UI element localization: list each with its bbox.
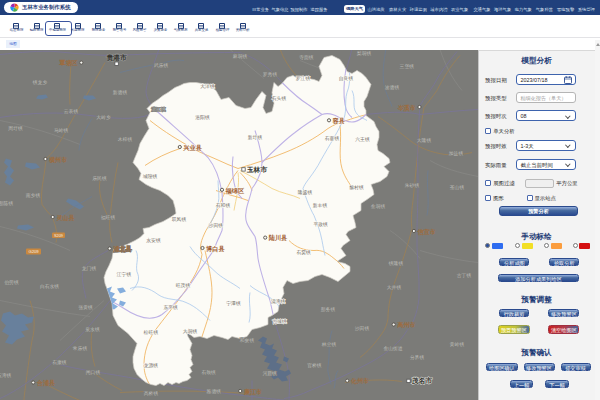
svg-text:朱砂镇: 朱砂镇 xyxy=(405,183,420,188)
svg-text:南乡镇: 南乡镇 xyxy=(26,192,41,198)
svg-text:白石水镇: 白石水镇 xyxy=(40,283,59,289)
svg-text:加益镇: 加益镇 xyxy=(449,151,464,156)
svg-text:陆川县: 陆川县 xyxy=(269,234,288,242)
svg-text:马岭镇: 马岭镇 xyxy=(54,127,69,132)
svg-text:龙源镇: 龙源镇 xyxy=(144,362,159,368)
svg-text:浦北县: 浦北县 xyxy=(112,245,132,253)
svg-text:大井镇: 大井镇 xyxy=(387,285,402,290)
svg-text:G209: G209 xyxy=(28,249,39,254)
svg-text:S209: S209 xyxy=(54,233,63,237)
svg-text:城隍镇: 城隍镇 xyxy=(142,173,158,179)
svg-text:新塘镇: 新塘镇 xyxy=(113,89,128,96)
svg-text:罗秀镇: 罗秀镇 xyxy=(263,71,278,77)
svg-text:合浦县: 合浦县 xyxy=(36,379,56,387)
svg-text:云表镇: 云表镇 xyxy=(64,108,79,113)
svg-text:横州市: 横州市 xyxy=(48,155,68,163)
svg-text:麻垌镇: 麻垌镇 xyxy=(233,53,248,60)
svg-text:罗江镇: 罗江镇 xyxy=(296,76,311,81)
svg-text:玉林市: 玉林市 xyxy=(247,164,268,173)
svg-text:岑溪市: 岑溪市 xyxy=(396,103,416,111)
svg-text:廉江市: 廉江市 xyxy=(243,387,263,395)
svg-text:永安镇: 永安镇 xyxy=(146,237,161,243)
svg-text:和寮镇: 和寮镇 xyxy=(240,337,255,343)
svg-text:武乐镇: 武乐镇 xyxy=(154,63,169,68)
svg-text:化州市: 化州市 xyxy=(350,377,370,385)
svg-text:石头镇: 石头镇 xyxy=(272,95,287,101)
svg-text:那陈镇: 那陈镇 xyxy=(0,200,13,207)
svg-text:石康镇: 石康镇 xyxy=(52,359,67,366)
svg-text:新圩镇: 新圩镇 xyxy=(248,134,263,140)
svg-text:江宁镇: 江宁镇 xyxy=(116,270,132,276)
svg-text:灵山县: 灵山县 xyxy=(56,213,75,221)
svg-text:自良镇: 自良镇 xyxy=(339,74,354,81)
svg-text:周圩镇: 周圩镇 xyxy=(8,126,23,131)
svg-text:黄岭镇: 黄岭镇 xyxy=(450,341,465,346)
svg-text:清湾镇: 清湾镇 xyxy=(271,298,286,304)
svg-text:高州市: 高州市 xyxy=(397,321,416,329)
svg-text:覃塘区: 覃塘区 xyxy=(58,59,78,67)
svg-text:石和镇: 石和镇 xyxy=(216,202,231,208)
svg-text:波塘镇: 波塘镇 xyxy=(385,84,400,91)
svg-text:分界镇: 分界镇 xyxy=(410,355,425,360)
svg-text:双凤镇: 双凤镇 xyxy=(172,217,187,222)
svg-text:官桥镇: 官桥镇 xyxy=(307,361,322,367)
svg-text:松旺镇: 松旺镇 xyxy=(143,329,159,334)
svg-text:隆盛镇: 隆盛镇 xyxy=(298,189,313,195)
svg-text:林尘镇: 林尘镇 xyxy=(321,342,337,347)
svg-text:泉水镇: 泉水镇 xyxy=(85,326,100,331)
svg-text:石寨镇: 石寨镇 xyxy=(325,135,340,141)
svg-text:梨垌镇: 梨垌镇 xyxy=(357,50,372,57)
svg-text:旺茂镇: 旺茂镇 xyxy=(176,282,191,288)
svg-text:新丰镇: 新丰镇 xyxy=(313,202,328,208)
svg-text:金垌镇: 金垌镇 xyxy=(371,202,386,209)
svg-text:石湾镇: 石湾镇 xyxy=(0,372,11,378)
svg-text:茶山镇: 茶山镇 xyxy=(450,184,465,189)
svg-text:石窝镇: 石窝镇 xyxy=(296,249,311,255)
svg-text:龙门镇: 龙门镇 xyxy=(82,265,97,271)
svg-text:常乐镇: 常乐镇 xyxy=(73,345,88,350)
svg-text:兴业县: 兴业县 xyxy=(182,143,202,151)
svg-text:宁潭镇: 宁潭镇 xyxy=(226,299,241,305)
svg-text:福绵区: 福绵区 xyxy=(225,186,245,194)
svg-text:湛江镇: 湛江镇 xyxy=(151,106,166,111)
svg-text:博白县: 博白县 xyxy=(205,244,225,252)
svg-text:大垌镇: 大垌镇 xyxy=(183,327,198,334)
svg-text:东平镇: 东平镇 xyxy=(163,304,178,310)
svg-text:六王镇: 六王镇 xyxy=(355,135,370,141)
svg-text:木梓镇: 木梓镇 xyxy=(118,137,133,142)
svg-text:贵港市: 贵港市 xyxy=(105,52,127,61)
svg-text:大岭乡: 大岭乡 xyxy=(96,113,111,119)
svg-text:镇隆镇: 镇隆镇 xyxy=(388,260,404,266)
svg-text:乐民镇: 乐民镇 xyxy=(92,176,107,181)
svg-text:高桥镇: 高桥镇 xyxy=(144,389,159,395)
svg-text:平政镇: 平政镇 xyxy=(313,221,328,227)
svg-text:大隆镇: 大隆镇 xyxy=(417,137,432,143)
svg-text:大洋镇: 大洋镇 xyxy=(200,84,215,89)
svg-text:镇龙乡: 镇龙乡 xyxy=(32,79,48,85)
svg-text:寺面镇: 寺面镇 xyxy=(299,53,314,59)
svg-text:石颈镇: 石颈镇 xyxy=(201,369,216,375)
svg-text:信宜市: 信宜市 xyxy=(416,227,436,235)
svg-text:茂名市: 茂名市 xyxy=(411,376,433,385)
svg-text:雅塘镇: 雅塘镇 xyxy=(207,388,222,395)
svg-text:容县: 容县 xyxy=(332,117,346,125)
svg-text:三堡镇: 三堡镇 xyxy=(400,63,415,69)
